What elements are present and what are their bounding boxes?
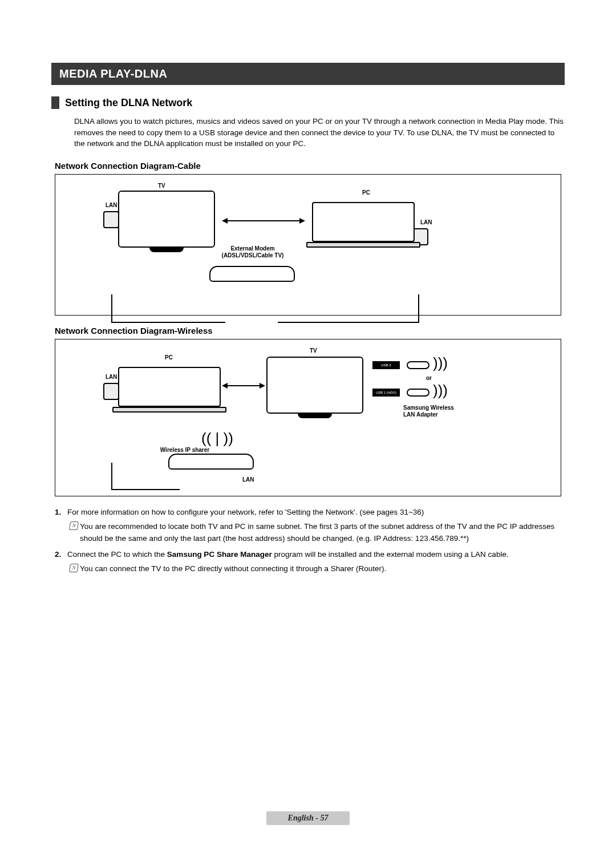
usb-dongle-icon (407, 361, 429, 369)
step-2: 2. Connect the PC to which the Samsung P… (55, 549, 561, 575)
router-icon (168, 454, 254, 470)
step-number: 1. (55, 507, 67, 545)
wireless-or-label: or (426, 375, 432, 381)
step-2-note-text: You can connect the TV to the PC directl… (80, 563, 386, 575)
step-2-text-a: Connect the PC to which the (67, 550, 167, 559)
wireless-lan-left-label: LAN (106, 374, 117, 380)
wireless-diagram-heading: Network Connection Diagram-Wireless (55, 326, 565, 335)
step-2-bold: Samsung PC Share Manager (167, 550, 272, 559)
tv-stand-icon (298, 414, 332, 418)
cable-lan-left-label: LAN (106, 202, 117, 208)
usb2-port-label: USB 2 (372, 361, 400, 369)
cable-modem-label2: (ADSL/VDSL/Cable TV) (213, 252, 293, 258)
section-intro: DLNA allows you to watch pictures, music… (74, 116, 565, 149)
tv-stand-icon (149, 248, 184, 252)
wireless-pc-label: PC (165, 354, 173, 361)
usb-dongle-icon (407, 389, 429, 397)
cable-line (111, 294, 225, 323)
section-marker (51, 96, 59, 109)
modem-icon (209, 266, 295, 282)
cable-diagram: TV PC LAN LAN External Modem (ADSL/VDSL/… (55, 174, 561, 316)
cable-pc-label: PC (362, 189, 370, 196)
wireless-tv-label: TV (310, 347, 317, 354)
cable-line (278, 294, 419, 323)
chapter-title: MEDIA PLAY-DLNA (51, 63, 565, 85)
bidirectional-arrow-icon (226, 385, 261, 386)
lan-port-icon (103, 211, 119, 228)
section-heading-row: Setting the DLNA Network (51, 96, 565, 109)
cable-tv-label: TV (158, 183, 165, 189)
step-number: 2. (55, 549, 67, 575)
step-1-note-text: You are recommended to locate both TV an… (80, 521, 561, 545)
wireless-router-label: Wireless IP sharer (153, 447, 216, 453)
step-1-note: N You are recommended to locate both TV … (67, 521, 561, 545)
step-1: 1. For more information on how to config… (55, 507, 561, 545)
step-2-text-b: program will be installed and the extern… (272, 550, 509, 559)
lan-port-icon (103, 383, 119, 400)
laptop-base-icon (306, 242, 420, 248)
cable-modem-label1: External Modem (213, 245, 293, 252)
cable-line (111, 463, 180, 490)
wifi-waves-icon: ))) (433, 382, 448, 399)
wifi-waves-icon: ))) (433, 354, 448, 372)
cable-lan-right-label: LAN (420, 219, 432, 225)
step-2-note: N You can connect the TV to the PC direc… (67, 563, 561, 575)
step-1-text: For more information on how to configure… (67, 508, 424, 516)
cable-diagram-heading: Network Connection Diagram-Cable (55, 161, 565, 171)
bidirectional-arrow-icon (226, 220, 301, 221)
footer-page-number: 57 (320, 814, 328, 822)
footer-language: English - (288, 814, 321, 822)
laptop-icon (312, 202, 415, 242)
note-icon: N (67, 563, 80, 575)
tv-icon (266, 357, 363, 414)
wifi-waves-icon: (( | )) (201, 430, 233, 447)
wireless-adapter-label1: Samsung Wireless (403, 405, 472, 411)
usb1-port-label: USB 1 (HDD) (372, 389, 400, 397)
wireless-adapter-label2: LAN Adapter (403, 411, 472, 418)
tv-icon (118, 191, 215, 248)
wireless-lan-bottom-label: LAN (242, 476, 254, 483)
laptop-icon (118, 367, 221, 407)
note-icon: N (67, 521, 80, 545)
laptop-base-icon (112, 407, 226, 413)
wireless-diagram: TV PC LAN LAN Wireless IP sharer Samsung… (55, 339, 561, 496)
section-title: Setting the DLNA Network (65, 97, 192, 109)
instruction-list: 1. For more information on how to config… (55, 507, 561, 576)
page-footer: English - 57 (0, 811, 616, 825)
